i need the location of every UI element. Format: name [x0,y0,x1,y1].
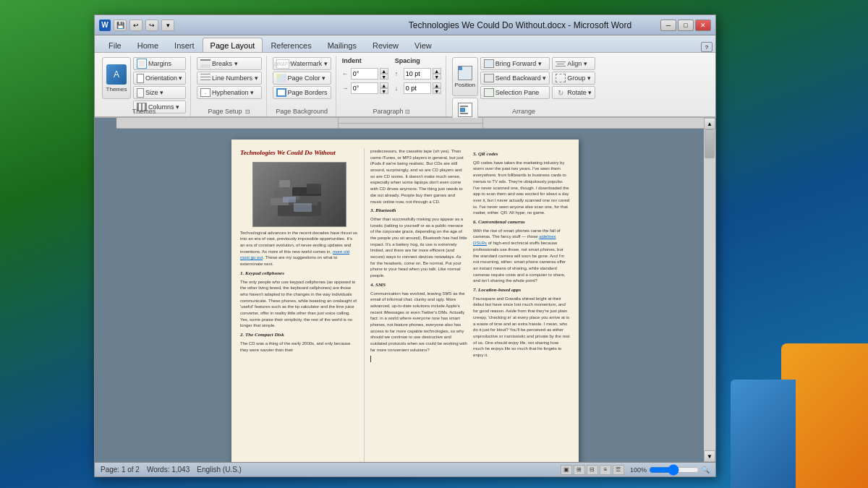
indent-left-input[interactable] [351,68,378,80]
ribbon-group-page-bg: DRAFT Watermark ▾ Page Color ▾ Page Bord… [268,56,336,116]
tab-insert[interactable]: Insert [166,38,203,52]
bring-forward-button[interactable]: Bring Forward ▾ [480,57,550,70]
size-label: Size [145,89,158,96]
indent-right-up[interactable]: ▲ [380,82,388,88]
undo-btn[interactable]: ↩ [129,20,142,31]
doc-right-sub-left: predecessors, the cassette tape (oh yes)… [370,148,467,462]
align-label: Align ▾ [567,60,587,67]
selection-pane-button[interactable]: Selection Pane [480,86,550,99]
size-button[interactable]: Size ▾ [133,86,186,99]
draft-view-btn[interactable]: ☰ [613,465,624,475]
indent-right-icon: → [342,85,349,92]
send-backward-button[interactable]: Send Backward ▾ [480,72,550,85]
redo-btn[interactable]: ↪ [145,20,158,31]
indent-left-spinner: ▲ ▼ [380,68,388,80]
rotate-icon: ↻ [556,88,566,97]
page-bg-btns: DRAFT Watermark ▾ Page Color ▾ Page Bord… [273,57,331,99]
page-setup-group-label: Page Setup ⊡ [192,108,266,115]
spacing-before-input[interactable] [404,68,431,80]
scroll-up-button[interactable]: ▲ [704,118,715,129]
watermark-button[interactable]: DRAFT Watermark ▾ [273,57,331,70]
align-button[interactable]: Align ▾ [552,57,595,70]
tab-references[interactable]: References [263,38,319,52]
scrollbar-thumb[interactable] [705,129,715,158]
paragraph-expand-icon[interactable]: ⊡ [405,108,410,115]
spacing-before-spinner: ▲ ▼ [433,68,441,80]
document-area: ▲ ▼ Technologies We Could Do Without [95,118,715,462]
page-setup-content: Breaks ▾ Line Numbers ▾ - Hyphenation ▾ [197,57,262,106]
page-info: Page: 1 of 2 [101,466,140,474]
spacing-after-down[interactable]: ▼ [433,88,441,94]
tab-page-layout[interactable]: Page Layout [203,38,263,52]
indent-right-down[interactable]: ▼ [380,88,388,94]
zoom-control: 100% 🔍 [630,466,710,474]
spacing-after-up[interactable]: ▲ [433,82,441,88]
watermark-icon: DRAFT [276,59,289,69]
outline-view-btn[interactable]: ≡ [600,465,611,475]
doc-intro-text: Technological advances in the recent dec… [240,230,358,267]
position-button[interactable]: Position [452,57,478,96]
tab-file[interactable]: File [101,38,129,52]
position-label: Position [455,82,475,88]
doc-body-4: Communication has evolved, leaving SMS a… [370,291,467,354]
desktop-blue-element [731,380,796,488]
scroll-down-button[interactable]: ▼ [704,450,715,462]
hyphenation-button[interactable]: - Hyphenation ▾ [197,86,262,99]
doc-image-inner [253,163,346,226]
web-layout-view-btn[interactable]: ⊟ [587,465,598,475]
page-bg-group-label: Page Background [268,108,336,115]
page-setup-expand-icon[interactable]: ⊡ [245,108,250,115]
doc-title: Technologies We Could Do Without [240,148,358,158]
line-numbers-button[interactable]: Line Numbers ▾ [197,72,262,85]
tab-view[interactable]: View [407,38,440,52]
margins-icon [137,59,147,69]
spacing-after-input[interactable] [404,82,431,94]
doc-body-7: Foursquare and Gowalla shined bright at … [473,296,570,359]
word-app-icon: W [99,20,111,31]
breaks-button[interactable]: Breaks ▾ [197,57,262,70]
indent-left-down[interactable]: ▼ [380,74,388,80]
doc-right-column: predecessors, the cassette tape (oh yes)… [364,148,570,462]
selection-pane-label: Selection Pane [495,89,540,96]
rotate-button[interactable]: ↻ Rotate ▾ [552,86,595,99]
minimize-button[interactable]: ─ [660,20,676,31]
group-icon [556,74,566,82]
spacing-before-up[interactable]: ▲ [433,68,441,74]
indent-right-row: → ▲ ▼ [342,82,388,95]
print-layout-view-btn[interactable]: ▣ [561,465,572,475]
zoom-icon: 🔍 [702,466,710,474]
page-color-icon [276,74,286,82]
page-color-button[interactable]: Page Color ▾ [273,72,331,85]
svg-rect-10 [294,203,312,212]
doc-left-column: Technologies We Could Do Without [240,148,364,462]
margins-button[interactable]: Margins [133,57,186,70]
full-screen-view-btn[interactable]: ⊞ [574,465,585,475]
ribbon-tabs: File Home Insert Page Layout References … [95,35,715,53]
quick-save-btn[interactable]: 💾 [114,20,127,31]
close-button[interactable]: ✕ [695,20,711,31]
themes-button[interactable]: A Themes [102,57,131,99]
ribbon-help-btn[interactable]: ? [701,42,712,52]
group-button[interactable]: Group ▾ [552,72,595,85]
send-backward-label: Send Backward ▾ [495,74,547,82]
group-label: Group ▾ [567,74,591,82]
tab-review[interactable]: Review [365,38,407,52]
page-setup-col1: Margins Orientation ▾ Size ▾ Column [133,57,186,114]
tab-mailings[interactable]: Mailings [320,38,365,52]
indent-right-input[interactable] [351,82,378,94]
paragraph-content: Indent ← ▲ ▼ → ▲ ▼ [342,57,441,106]
doc-heading-4: 4. SMS [370,282,467,289]
indent-left-up[interactable]: ▲ [380,68,388,74]
spacing-before-down[interactable]: ▼ [433,74,441,80]
line-numbers-icon [200,74,210,82]
tab-home[interactable]: Home [129,38,166,52]
page-borders-button[interactable]: Page Borders [273,86,331,99]
page-bg-content: DRAFT Watermark ▾ Page Color ▾ Page Bord… [273,57,331,106]
page-setup-btns: Breaks ▾ Line Numbers ▾ - Hyphenation ▾ [197,57,262,99]
maximize-button[interactable]: □ [678,20,694,31]
orientation-button[interactable]: Orientation ▾ [133,72,186,85]
customize-quick-access-btn[interactable]: ▾ [161,20,174,31]
zoom-slider[interactable] [649,466,699,474]
status-bar: Page: 1 of 2 Words: 1,043 English (U.S.)… [95,462,715,476]
doc-body-3: Other than successfully making you appea… [370,216,467,279]
